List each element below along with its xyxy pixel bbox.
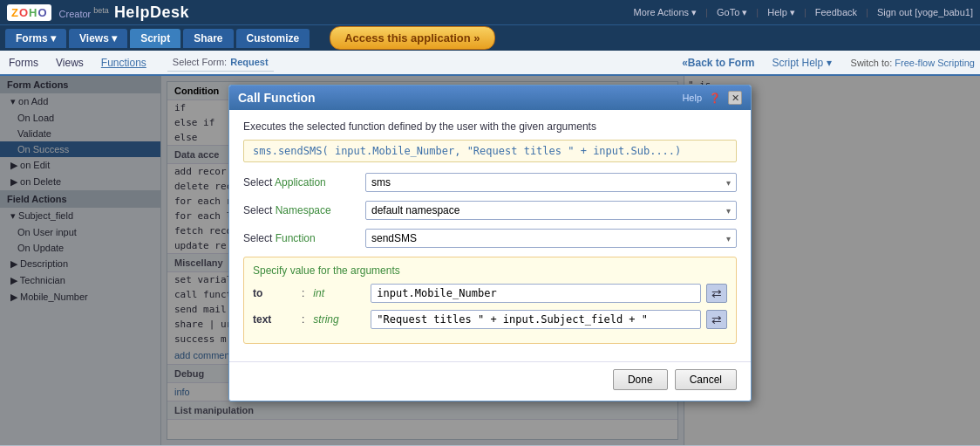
arg-text-row: text : string ⇄ [253, 310, 727, 329]
modal-help-link[interactable]: Help [682, 93, 702, 103]
arg-to-btn[interactable]: ⇄ [706, 284, 727, 303]
tab-forms[interactable]: Forms [5, 55, 42, 71]
arg-to-type: int [313, 287, 365, 299]
help-link[interactable]: Help ▾ [767, 7, 795, 18]
modal-description: Executes the selected function defined b… [243, 120, 737, 133]
select-application-row: Select Application sms ▾ [243, 173, 737, 192]
views-nav-btn[interactable]: Views ▾ [69, 29, 127, 48]
feedback-link[interactable]: Feedback [815, 7, 857, 17]
app-title: HelpDesk [114, 3, 189, 22]
select-function-row: Select Function sendSMS ▾ [243, 229, 737, 248]
select-form-label: Select Form: [173, 57, 227, 67]
dropdown-arrow-icon: ▾ [726, 178, 731, 188]
arg-to-name: to [253, 287, 296, 299]
select-function-label: Select Function [243, 232, 357, 244]
modal-header: Call Function Help ❓ ✕ [229, 86, 751, 110]
select-function-dropdown[interactable]: sendSMS ▾ [365, 229, 737, 248]
signout-link[interactable]: Sign out [yoge_babu1] [877, 7, 973, 17]
logo: ZOHO [7, 4, 51, 21]
done-button[interactable]: Done [613, 369, 668, 390]
goto-link[interactable]: GoTo ▾ [717, 7, 747, 18]
select-form-value[interactable]: Request [230, 57, 268, 67]
dropdown-arrow-icon: ▾ [726, 234, 731, 244]
modal-overlay: Call Function Help ❓ ✕ Executes the sele… [0, 76, 980, 445]
arg-text-name: text [253, 313, 296, 326]
top-nav-links: More Actions ▾ | GoTo ▾ | Help ▾ | Feedb… [633, 7, 973, 18]
arg-text-btn[interactable]: ⇄ [706, 310, 727, 329]
select-form-row: Select Form: Request [167, 53, 274, 72]
script-nav-btn[interactable]: Script [130, 29, 180, 48]
switch-to-label: Switch to: Free-flow Scripting [851, 58, 975, 68]
call-function-modal: Call Function Help ❓ ✕ Executes the sele… [228, 85, 752, 401]
more-actions-link[interactable]: More Actions ▾ [633, 7, 697, 18]
modal-footer: Done Cancel [229, 361, 751, 401]
arg-text-type: string [313, 313, 365, 326]
script-help-link[interactable]: Script Help ▾ [772, 57, 832, 69]
forms-nav-btn[interactable]: Forms ▾ [5, 29, 66, 48]
modal-close-btn[interactable]: ✕ [728, 91, 742, 105]
share-nav-btn[interactable]: Share [183, 29, 233, 48]
dropdown-arrow-icon: ▾ [726, 206, 731, 216]
back-to-form-link[interactable]: «Back to Form [682, 57, 754, 69]
modal-body: Executes the selected function defined b… [229, 110, 751, 361]
creator-label: Creator beta [59, 6, 109, 19]
args-section-title: Specify value for the arguments [253, 264, 727, 277]
select-namespace-row: Select Namespace default namespace ▾ [243, 201, 737, 220]
select-application-label: Select Application [243, 176, 357, 189]
modal-title: Call Function [238, 91, 316, 105]
arg-text-input[interactable] [371, 310, 701, 329]
select-application-dropdown[interactable]: sms ▾ [365, 173, 737, 192]
tab-functions[interactable]: Functions [98, 55, 150, 71]
help-icon: ❓ [709, 93, 721, 104]
cancel-button[interactable]: Cancel [675, 369, 737, 390]
arg-to-input[interactable] [371, 284, 701, 303]
modal-preview-code: sms.sendSMS( input.Mobile_Number, "Reque… [243, 140, 737, 162]
select-namespace-label: Select Namespace [243, 204, 357, 216]
customize-nav-btn[interactable]: Customize [236, 29, 310, 48]
arg-to-row: to : int ⇄ [253, 284, 727, 303]
tab-views[interactable]: Views [52, 55, 87, 71]
select-namespace-dropdown[interactable]: default namespace ▾ [365, 201, 737, 220]
args-section: Specify value for the arguments to : int… [243, 257, 737, 344]
access-application-btn[interactable]: Access this application » [330, 26, 494, 50]
free-flow-link[interactable]: Free-flow Scripting [895, 58, 975, 68]
